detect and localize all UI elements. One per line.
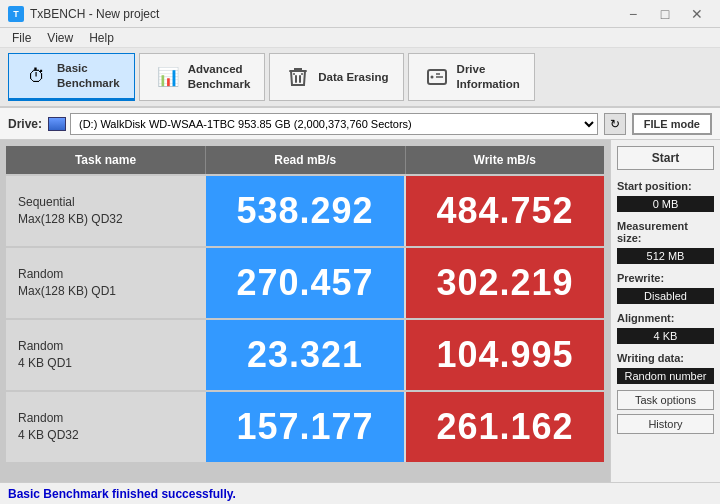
measurement-size-value: 512 MB — [617, 248, 714, 264]
app-icon: T — [8, 6, 24, 22]
right-panel: Start Start position: 0 MB Measurement s… — [610, 140, 720, 482]
drive-refresh-button[interactable]: ↻ — [604, 113, 626, 135]
task-name-sequential: SequentialMax(128 KB) QD32 — [6, 176, 204, 246]
task-options-button[interactable]: Task options — [617, 390, 714, 410]
table-row: RandomMax(128 KB) QD1 270.457 302.219 — [6, 248, 604, 318]
basic-benchmark-label: Basic Benchmark — [57, 61, 120, 91]
menubar: File View Help — [0, 28, 720, 48]
titlebar-left: T TxBENCH - New project — [8, 6, 159, 22]
statusbar: Basic Benchmark finished successfully. — [0, 482, 720, 504]
toolbar-advanced-benchmark[interactable]: 📊 Advanced Benchmark — [139, 53, 266, 101]
main-area: Task name Read mB/s Write mB/s Sequentia… — [0, 140, 720, 482]
maximize-button[interactable]: □ — [650, 4, 680, 24]
toolbar-basic-benchmark[interactable]: ⏱ Basic Benchmark — [8, 53, 135, 101]
alignment-value: 4 KB — [617, 328, 714, 344]
svg-point-3 — [430, 76, 433, 79]
measurement-size-label: Measurement size: — [617, 220, 714, 244]
read-value-random-4kb-qd1: 23.321 — [206, 320, 404, 390]
start-position-label: Start position: — [617, 180, 714, 192]
close-button[interactable]: ✕ — [682, 4, 712, 24]
toolbar-drive-information[interactable]: Drive Information — [408, 53, 535, 101]
minimize-button[interactable]: − — [618, 4, 648, 24]
write-value-random-128kb: 302.219 — [406, 248, 604, 318]
window-controls: − □ ✕ — [618, 4, 712, 24]
start-position-value: 0 MB — [617, 196, 714, 212]
prewrite-label: Prewrite: — [617, 272, 714, 284]
table-row: Random4 KB QD1 23.321 104.995 — [6, 320, 604, 390]
read-value-random-4kb-qd32: 157.177 — [206, 392, 404, 462]
table-row: SequentialMax(128 KB) QD32 538.292 484.7… — [6, 176, 604, 246]
prewrite-value: Disabled — [617, 288, 714, 304]
menu-help[interactable]: Help — [81, 29, 122, 47]
status-text: Basic Benchmark finished successfully. — [8, 487, 236, 501]
toolbar: ⏱ Basic Benchmark 📊 Advanced Benchmark D… — [0, 48, 720, 108]
advanced-benchmark-icon: 📊 — [154, 63, 182, 91]
basic-benchmark-icon: ⏱ — [23, 62, 51, 90]
write-value-random-4kb-qd1: 104.995 — [406, 320, 604, 390]
task-name-random-4kb-qd32: Random4 KB QD32 — [6, 392, 204, 462]
menu-view[interactable]: View — [39, 29, 81, 47]
window-title: TxBENCH - New project — [30, 7, 159, 21]
header-read: Read mB/s — [206, 146, 406, 174]
header-task: Task name — [6, 146, 206, 174]
start-button[interactable]: Start — [617, 146, 714, 170]
data-erasing-icon — [284, 63, 312, 91]
read-value-sequential: 538.292 — [206, 176, 404, 246]
data-erasing-label: Data Erasing — [318, 70, 388, 85]
drive-information-icon — [423, 63, 451, 91]
advanced-benchmark-label: Advanced Benchmark — [188, 62, 251, 92]
toolbar-data-erasing[interactable]: Data Erasing — [269, 53, 403, 101]
writing-data-value: Random number — [617, 368, 714, 384]
read-value-random-128kb: 270.457 — [206, 248, 404, 318]
table-row: Random4 KB QD32 157.177 261.162 — [6, 392, 604, 462]
writing-data-label: Writing data: — [617, 352, 714, 364]
drive-selector[interactable]: (D:) WalkDisk WD-WSAA-1TBC 953.85 GB (2,… — [70, 113, 598, 135]
task-name-random-4kb-qd1: Random4 KB QD1 — [6, 320, 204, 390]
write-value-random-4kb-qd32: 261.162 — [406, 392, 604, 462]
drive-label: Drive: — [8, 117, 42, 131]
header-write: Write mB/s — [406, 146, 605, 174]
alignment-label: Alignment: — [617, 312, 714, 324]
task-name-random-128kb: RandomMax(128 KB) QD1 — [6, 248, 204, 318]
drive-bar: Drive: (D:) WalkDisk WD-WSAA-1TBC 953.85… — [0, 108, 720, 140]
menu-file[interactable]: File — [4, 29, 39, 47]
table-header: Task name Read mB/s Write mB/s — [6, 146, 604, 174]
drive-information-label: Drive Information — [457, 62, 520, 92]
write-value-sequential: 484.752 — [406, 176, 604, 246]
file-mode-button[interactable]: FILE mode — [632, 113, 712, 135]
titlebar: T TxBENCH - New project − □ ✕ — [0, 0, 720, 28]
history-button[interactable]: History — [617, 414, 714, 434]
benchmark-table: Task name Read mB/s Write mB/s Sequentia… — [0, 140, 610, 482]
